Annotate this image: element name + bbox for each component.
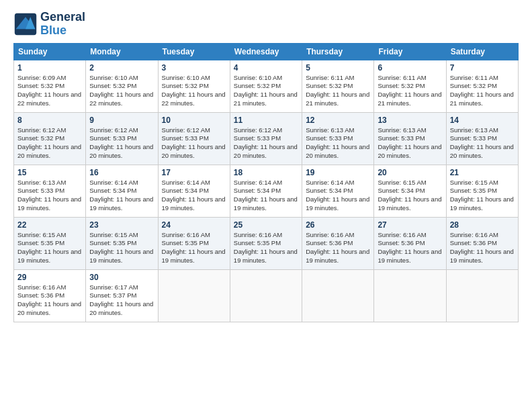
day-info: Sunrise: 6:13 AMSunset: 5:33 PMDaylight:… (306, 126, 370, 161)
day-number: 21 (450, 168, 515, 177)
day-header-thursday: Thursday (302, 43, 374, 60)
day-info: Sunrise: 6:16 AMSunset: 5:35 PMDaylight:… (234, 231, 298, 265)
day-number: 17 (162, 168, 226, 177)
calendar-cell: 13 Sunrise: 6:13 AMSunset: 5:33 PMDaylig… (374, 112, 446, 165)
calendar-week-3: 15 Sunrise: 6:13 AMSunset: 5:33 PMDaylig… (14, 165, 519, 217)
header: General Blue (13, 11, 519, 38)
day-info: Sunrise: 6:12 AMSunset: 5:33 PMDaylight:… (234, 126, 298, 161)
calendar-cell: 26 Sunrise: 6:16 AMSunset: 5:36 PMDaylig… (302, 217, 374, 269)
day-info: Sunrise: 6:15 AMSunset: 5:34 PMDaylight:… (378, 179, 442, 213)
calendar-cell: 16 Sunrise: 6:14 AMSunset: 5:34 PMDaylig… (86, 165, 158, 217)
day-number: 16 (89, 168, 154, 177)
calendar-cell: 18 Sunrise: 6:14 AMSunset: 5:34 PMDaylig… (230, 165, 302, 217)
day-number: 10 (162, 116, 226, 125)
day-number: 24 (162, 220, 226, 230)
page: General Blue SundayMondayTuesdayWednesda… (0, 0, 532, 411)
logo-text: General Blue (40, 11, 85, 38)
calendar-cell: 21 Sunrise: 6:15 AMSunset: 5:35 PMDaylig… (446, 165, 518, 217)
day-info: Sunrise: 6:17 AMSunset: 5:37 PMDaylight:… (89, 283, 154, 318)
calendar-cell: 9 Sunrise: 6:12 AMSunset: 5:33 PMDayligh… (86, 112, 158, 165)
day-header-monday: Monday (86, 43, 158, 60)
calendar-cell: 27 Sunrise: 6:16 AMSunset: 5:36 PMDaylig… (374, 217, 446, 269)
day-info: Sunrise: 6:12 AMSunset: 5:33 PMDaylight:… (162, 126, 226, 161)
day-header-wednesday: Wednesday (230, 43, 302, 60)
calendar-week-5: 29 Sunrise: 6:16 AMSunset: 5:36 PMDaylig… (14, 269, 519, 322)
day-number: 7 (450, 63, 515, 73)
day-number: 2 (89, 63, 154, 73)
calendar-week-2: 8 Sunrise: 6:12 AMSunset: 5:32 PMDayligh… (14, 112, 519, 165)
calendar-week-4: 22 Sunrise: 6:15 AMSunset: 5:35 PMDaylig… (14, 217, 519, 269)
day-number: 29 (17, 273, 82, 282)
day-info: Sunrise: 6:11 AMSunset: 5:32 PMDaylight:… (450, 74, 515, 108)
day-number: 13 (378, 116, 442, 125)
calendar-cell: 4 Sunrise: 6:10 AMSunset: 5:32 PMDayligh… (230, 60, 302, 112)
day-number: 9 (89, 116, 154, 125)
logo: General Blue (13, 11, 85, 38)
day-info: Sunrise: 6:13 AMSunset: 5:33 PMDaylight:… (17, 179, 82, 213)
day-info: Sunrise: 6:16 AMSunset: 5:36 PMDaylight:… (450, 231, 515, 265)
calendar-body: 1 Sunrise: 6:09 AMSunset: 5:32 PMDayligh… (14, 60, 519, 322)
calendar-cell (446, 269, 518, 322)
day-info: Sunrise: 6:15 AMSunset: 5:35 PMDaylight:… (450, 179, 515, 213)
day-info: Sunrise: 6:10 AMSunset: 5:32 PMDaylight:… (234, 74, 298, 108)
calendar-cell (374, 269, 446, 322)
day-number: 4 (234, 63, 298, 73)
calendar-cell: 25 Sunrise: 6:16 AMSunset: 5:35 PMDaylig… (230, 217, 302, 269)
calendar-week-1: 1 Sunrise: 6:09 AMSunset: 5:32 PMDayligh… (14, 60, 519, 112)
day-info: Sunrise: 6:09 AMSunset: 5:32 PMDaylight:… (17, 74, 82, 108)
calendar-cell (230, 269, 302, 322)
calendar-cell: 20 Sunrise: 6:15 AMSunset: 5:34 PMDaylig… (374, 165, 446, 217)
day-info: Sunrise: 6:13 AMSunset: 5:33 PMDaylight:… (450, 126, 515, 161)
calendar-cell: 8 Sunrise: 6:12 AMSunset: 5:32 PMDayligh… (14, 112, 86, 165)
day-number: 20 (378, 168, 442, 177)
day-header-tuesday: Tuesday (158, 43, 230, 60)
calendar-cell: 1 Sunrise: 6:09 AMSunset: 5:32 PMDayligh… (14, 60, 86, 112)
day-info: Sunrise: 6:14 AMSunset: 5:34 PMDaylight:… (234, 179, 298, 213)
calendar-cell: 7 Sunrise: 6:11 AMSunset: 5:32 PMDayligh… (446, 60, 518, 112)
day-info: Sunrise: 6:14 AMSunset: 5:34 PMDaylight:… (162, 179, 226, 213)
calendar-cell (302, 269, 374, 322)
calendar-cell: 15 Sunrise: 6:13 AMSunset: 5:33 PMDaylig… (14, 165, 86, 217)
day-info: Sunrise: 6:12 AMSunset: 5:32 PMDaylight:… (17, 126, 82, 161)
day-info: Sunrise: 6:16 AMSunset: 5:36 PMDaylight:… (378, 231, 442, 265)
calendar-cell: 29 Sunrise: 6:16 AMSunset: 5:36 PMDaylig… (14, 269, 86, 322)
day-number: 5 (306, 63, 370, 73)
calendar-cell: 5 Sunrise: 6:11 AMSunset: 5:32 PMDayligh… (302, 60, 374, 112)
day-info: Sunrise: 6:11 AMSunset: 5:32 PMDaylight:… (306, 74, 370, 108)
calendar-header: SundayMondayTuesdayWednesdayThursdayFrid… (14, 43, 519, 60)
day-number: 25 (234, 220, 298, 230)
day-number: 30 (89, 273, 154, 282)
day-info: Sunrise: 6:15 AMSunset: 5:35 PMDaylight:… (17, 231, 82, 265)
day-info: Sunrise: 6:15 AMSunset: 5:35 PMDaylight:… (89, 231, 154, 265)
day-info: Sunrise: 6:16 AMSunset: 5:35 PMDaylight:… (162, 231, 226, 265)
day-number: 28 (450, 220, 515, 230)
day-number: 3 (162, 63, 226, 73)
calendar-cell: 22 Sunrise: 6:15 AMSunset: 5:35 PMDaylig… (14, 217, 86, 269)
calendar-cell: 17 Sunrise: 6:14 AMSunset: 5:34 PMDaylig… (158, 165, 230, 217)
calendar: SundayMondayTuesdayWednesdayThursdayFrid… (13, 43, 519, 322)
calendar-cell: 19 Sunrise: 6:14 AMSunset: 5:34 PMDaylig… (302, 165, 374, 217)
day-info: Sunrise: 6:10 AMSunset: 5:32 PMDaylight:… (89, 74, 154, 108)
day-info: Sunrise: 6:11 AMSunset: 5:32 PMDaylight:… (378, 74, 442, 108)
calendar-cell: 23 Sunrise: 6:15 AMSunset: 5:35 PMDaylig… (86, 217, 158, 269)
day-info: Sunrise: 6:14 AMSunset: 5:34 PMDaylight:… (89, 179, 154, 213)
day-info: Sunrise: 6:16 AMSunset: 5:36 PMDaylight:… (306, 231, 370, 265)
calendar-cell: 11 Sunrise: 6:12 AMSunset: 5:33 PMDaylig… (230, 112, 302, 165)
day-number: 22 (17, 220, 82, 230)
day-number: 14 (450, 116, 515, 125)
day-number: 26 (306, 220, 370, 230)
calendar-cell: 30 Sunrise: 6:17 AMSunset: 5:37 PMDaylig… (86, 269, 158, 322)
calendar-cell: 6 Sunrise: 6:11 AMSunset: 5:32 PMDayligh… (374, 60, 446, 112)
day-info: Sunrise: 6:13 AMSunset: 5:33 PMDaylight:… (378, 126, 442, 161)
calendar-cell: 12 Sunrise: 6:13 AMSunset: 5:33 PMDaylig… (302, 112, 374, 165)
day-number: 27 (378, 220, 442, 230)
day-info: Sunrise: 6:16 AMSunset: 5:36 PMDaylight:… (17, 283, 82, 318)
calendar-cell: 24 Sunrise: 6:16 AMSunset: 5:35 PMDaylig… (158, 217, 230, 269)
logo-icon (13, 12, 38, 36)
calendar-cell (158, 269, 230, 322)
calendar-cell: 2 Sunrise: 6:10 AMSunset: 5:32 PMDayligh… (86, 60, 158, 112)
day-header-sunday: Sunday (14, 43, 86, 60)
day-info: Sunrise: 6:10 AMSunset: 5:32 PMDaylight:… (162, 74, 226, 108)
day-number: 1 (17, 63, 82, 73)
calendar-cell: 14 Sunrise: 6:13 AMSunset: 5:33 PMDaylig… (446, 112, 518, 165)
